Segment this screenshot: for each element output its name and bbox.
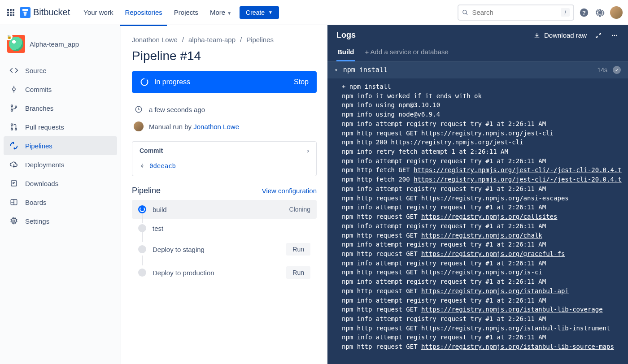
svg-point-25 [614,35,615,36]
log-line: npm http request GET https://registry.np… [342,286,628,296]
stop-button[interactable]: Stop [294,78,309,86]
settings-button[interactable] [594,6,606,19]
log-url-link[interactable]: https://registry.npmjs.org/jest-cli [421,130,554,137]
svg-point-13 [15,128,17,130]
log-line: npm http request GET https://registry.np… [342,305,628,314]
log-url-link[interactable]: https://registry.npmjs.org/is-ci [421,269,542,276]
log-url-link[interactable]: https://registry.npmjs.org/callsites [421,213,557,220]
lock-icon: 🔒 [7,35,13,40]
search-field[interactable] [472,9,557,16]
more-button[interactable] [610,32,619,39]
nav-your-work[interactable]: Your work [79,7,118,18]
gear-icon [9,216,19,226]
log-url-link[interactable]: https://registry.npmjs.org/istanbul-lib-… [421,306,603,313]
sidebar-item-commits[interactable]: Commits [4,80,117,99]
pipeline-detail: Jonathon Lowe / alpha-team-app / Pipelin… [121,25,327,364]
step-bullet-icon [138,245,146,253]
log-line: npm http request GET https://registry.np… [342,268,628,277]
expand-button[interactable] [595,32,602,39]
sidebar-item-deployments[interactable]: Deployments [4,155,117,174]
chevron-down-icon: ▼ [227,11,231,16]
log-output[interactable]: + npm installnpm info it worked if it en… [327,78,628,364]
logs-tab[interactable]: + Add a service or database [364,44,449,61]
sidebar-item-downloads[interactable]: Downloads [4,174,117,193]
svg-point-9 [11,109,13,111]
pipeline-step[interactable]: test [132,219,317,238]
user-avatar[interactable] [610,6,623,19]
log-url-link[interactable]: https://registry.npmjs.org/istanbul-api [421,287,569,295]
log-line: npm info attempt registry request try #1… [342,333,628,342]
bitbucket-icon [20,7,31,18]
svg-point-21 [141,165,143,167]
more-icon [610,32,619,39]
commit-hash-link[interactable]: 0deeacb [149,162,176,169]
sidebar-item-settings[interactable]: Settings [4,212,117,230]
log-line: npm info it worked if it ends with ok [342,91,628,101]
download-label: Download raw [544,31,587,39]
pipeline-step[interactable]: Deploy to productionRun [132,261,317,284]
log-line: + npm install [342,82,628,91]
sidebar-item-pull-requests[interactable]: Pull requests [4,117,117,136]
logs-tab[interactable]: Build [336,44,355,61]
log-line: npm http request GET https://registry.np… [342,342,628,351]
svg-point-18 [13,220,15,222]
sidebar-item-source[interactable]: Source [4,61,117,80]
sidebar-item-label: Commits [25,86,52,93]
step-connector [142,213,143,223]
search-input[interactable]: / [458,4,574,21]
log-url-link[interactable]: https://registry.npmjs.org/graceful-fs [421,250,565,257]
help-button[interactable]: ? [578,6,590,19]
sidebar-item-boards[interactable]: Boards [4,193,117,212]
time-meta: a few seconds ago [132,101,317,118]
run-user-link[interactable]: Jonathon Lowe [193,123,239,130]
log-url-link[interactable]: https://registry.npmjs.org/jest-cli/-/je… [414,166,622,173]
svg-point-26 [616,35,617,36]
log-section-header[interactable]: ▾ npm install 14s ✓ [327,61,628,78]
step-name: test [153,225,310,232]
step-connector [142,232,143,242]
nav-more[interactable]: More▼ [205,7,236,18]
sidebar-item-label: Pull requests [25,123,64,131]
bitbucket-logo[interactable]: Bitbucket [20,7,70,18]
sidebar-item-branches[interactable]: Branches [4,99,117,117]
download-raw-button[interactable]: Download raw [533,31,587,39]
svg-point-24 [612,35,613,36]
step-connector [142,256,143,265]
step-bullet-icon [138,224,146,232]
repo-header[interactable]: 🔒 Alpha-team_app [4,32,117,61]
pipeline-step[interactable]: buildCloning [132,200,317,219]
nav-projects[interactable]: Projects [170,7,203,18]
log-line: npm http 200 https://registry.npmjs.org/… [342,138,628,147]
page-title: Pipeline #14 [132,49,317,63]
run-step-button[interactable]: Run [286,266,310,279]
log-url-link[interactable]: https://registry.npmjs.org/jest-cli [391,139,523,146]
status-label: In progress [154,78,288,86]
log-url-link[interactable]: https://registry.npmjs.org/ansi-escapes [421,195,569,202]
log-url-link[interactable]: https://registry.npmjs.org/chalk [421,232,542,239]
pipeline-icon [9,141,19,151]
svg-point-4 [599,11,602,14]
log-url-link[interactable]: https://registry.npmjs.org/istanbul-lib-… [421,343,614,350]
breadcrumb-item[interactable]: Jonathon Lowe [132,36,178,43]
chevron-down-icon: ▾ [335,67,338,73]
view-configuration-link[interactable]: View configuration [262,187,317,195]
log-url-link[interactable]: https://registry.npmjs.org/istanbul-lib-… [421,325,610,332]
logs-title: Logs [336,30,356,40]
create-label: Create [246,9,265,16]
log-line: npm info using npm@3.10.10 [342,100,628,110]
breadcrumb-item[interactable]: Pipelines [246,36,274,43]
nav-repositories[interactable]: Repositories [120,7,166,18]
pipeline-step[interactable]: Deploy to stagingRun [132,238,317,261]
help-icon: ? [579,8,589,17]
breadcrumb-item[interactable]: alpha-team-app [188,36,236,43]
sidebar-item-pipelines[interactable]: Pipelines [4,136,117,155]
log-url-link[interactable]: https://registry.npmjs.org/jest-cli/-/je… [414,176,622,183]
branch-icon [9,103,19,113]
create-button[interactable]: Create ▼ [240,6,279,19]
chevron-right-icon: › [307,147,309,154]
commit-section-header[interactable]: Commit › [132,142,316,160]
app-switcher-icon[interactable] [5,7,16,18]
step-bullet-icon [138,205,146,213]
run-step-button[interactable]: Run [286,243,310,256]
log-line: npm info attempt registry request try #1… [342,221,628,231]
